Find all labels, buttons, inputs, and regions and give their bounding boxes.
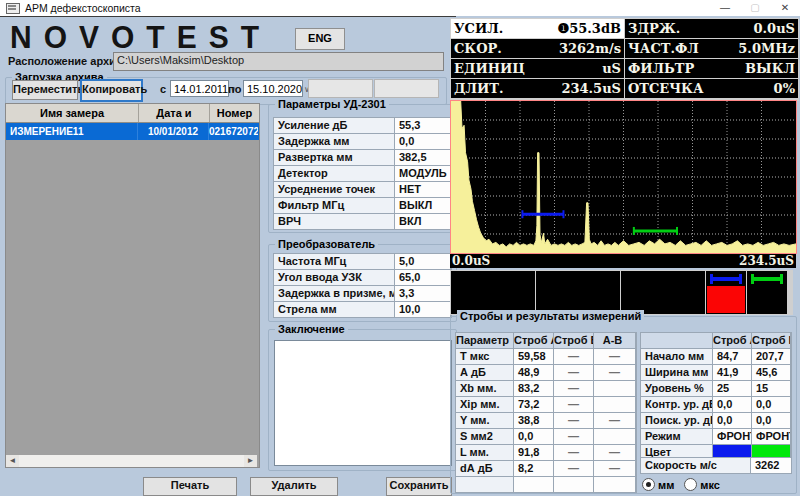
table-header-cell: Строб А xyxy=(713,333,751,348)
row-label: Хb мм. xyxy=(456,381,513,396)
archive-path-field[interactable]: C:\Users\Maksim\Desktop xyxy=(113,52,444,71)
row-value: 0,0 xyxy=(752,413,790,428)
scale-start: 0.0uS xyxy=(452,254,490,268)
window-title: АРМ дефекстоскописта xyxy=(25,2,141,14)
row-value: 25 xyxy=(713,381,751,396)
row-value: ФРОНТ xyxy=(752,429,790,444)
column-header-datetime[interactable]: Дата и время xyxy=(139,104,210,122)
table-header-cell: Параметр xyxy=(456,333,513,348)
ascan-plot xyxy=(450,100,797,254)
language-button[interactable]: ENG xyxy=(295,28,345,50)
measurement-list[interactable]: Имя замера Дата и время Номер ИЗМЕРЕНИЕ1… xyxy=(5,103,260,468)
instrument-display: УСИЛ.❶55.3dB ЗДРЖ.0.0uS СКОР.3262m/s ЧАС… xyxy=(450,18,799,101)
radio-mks[interactable]: мкс xyxy=(684,478,720,491)
results-table: ПараметрСтроб АСтроб ВА-ВТ мкс59,58——А д… xyxy=(455,332,637,493)
column-header-number[interactable]: Номер xyxy=(210,104,259,122)
gate-a-alarm-fill xyxy=(707,286,745,313)
row-value xyxy=(594,381,635,396)
conclusion-textarea[interactable] xyxy=(274,340,452,466)
display-cell-filter: ФИЛЬТРВЫКЛ xyxy=(625,59,798,78)
scroll-right-icon[interactable]: ► xyxy=(244,455,257,467)
row-value: 3,3 xyxy=(395,286,450,301)
row-label: dА дБ xyxy=(456,461,513,476)
row-value: 207,7 xyxy=(752,349,790,364)
row-value: 15 xyxy=(752,381,790,396)
table-header-cell: Строб В xyxy=(554,333,593,348)
probe-title: Преобразователь xyxy=(275,238,378,250)
row-label: ВРЧ xyxy=(274,214,394,229)
row-label: Фильтр МГц xyxy=(274,198,394,213)
row-label: А дБ xyxy=(456,365,513,380)
row-value: — xyxy=(554,413,593,428)
row-value: 0,0 xyxy=(752,397,790,412)
titlebar: АРМ дефекстоскописта — ▢ ✕ xyxy=(0,0,800,16)
list-header: Имя замера Дата и время Номер xyxy=(6,104,259,123)
row-value: 41,9 xyxy=(713,365,751,380)
column-header-name[interactable]: Имя замера xyxy=(6,104,139,122)
gates-table: Строб АСтроб ВНачало мм84,7207,7Ширина м… xyxy=(640,332,792,461)
indicator-cell-gate-a xyxy=(706,271,746,314)
novotest-logo: NOVOTEST xyxy=(10,19,271,55)
save-button[interactable]: Сохранить xyxy=(386,477,452,496)
row-value: 10,0 xyxy=(395,302,450,317)
units-radio-group: мм мкс xyxy=(642,478,720,491)
gate-b-alarm-fill xyxy=(748,286,786,313)
gate-a-icon xyxy=(706,271,746,286)
row-value: 5,0 xyxy=(395,254,450,269)
probe-table: Частота МГц5,0Угол ввода УЗК65,0Задержка… xyxy=(273,253,452,318)
row-value: 8,2 xyxy=(514,461,553,476)
logo-rule xyxy=(0,16,456,17)
row-label: S мм2 xyxy=(456,429,513,444)
indicator-cell-empty xyxy=(451,271,535,314)
row-value: — xyxy=(594,461,635,476)
maximize-button[interactable]: ▢ xyxy=(740,0,770,16)
minimize-button[interactable]: — xyxy=(710,0,740,16)
results-title: Стробы и результаты измерений xyxy=(457,310,644,322)
display-cell-duration: ДЛИТ.234.5uS xyxy=(451,79,624,98)
row-label: Начало мм xyxy=(641,349,712,364)
row-label: Т мкс xyxy=(456,349,513,364)
row-value: ВЫКЛ xyxy=(395,198,450,213)
radio-mks-dot[interactable] xyxy=(684,478,697,491)
print-button[interactable]: Печать xyxy=(143,477,237,496)
date-from-picker[interactable]: 14.01.2011 ∨ xyxy=(170,80,229,97)
row-label: Угол ввода УЗК xyxy=(274,270,394,285)
copy-button[interactable]: Копировать xyxy=(80,79,143,102)
row-value: — xyxy=(594,445,635,460)
row-value: 0,0 xyxy=(395,134,450,149)
row-label: Детектор xyxy=(274,166,394,181)
display-cell-units: ЕДИНИЦuS xyxy=(451,59,624,78)
row-value: МОДУЛЬ xyxy=(395,166,450,181)
row-label: Ширина мм xyxy=(641,365,712,380)
row-value: 382,5 xyxy=(395,150,450,165)
gate-b-icon xyxy=(747,271,787,286)
delete-button[interactable]: Удалить xyxy=(250,477,338,496)
date-to-picker[interactable]: 15.10.2020 ∨ xyxy=(243,80,303,97)
row-value: — xyxy=(554,429,593,444)
row-value: 91,8 xyxy=(514,445,553,460)
row-label: Контр. ур. дБ xyxy=(641,397,712,412)
move-button[interactable]: Переместить xyxy=(12,80,78,100)
row-value: 38,8 xyxy=(514,413,553,428)
scroll-left-icon[interactable]: ◄ xyxy=(6,455,19,467)
display-cell-cutoff: ОТСЕЧКА0% xyxy=(625,79,798,98)
radio-mm-dot[interactable] xyxy=(642,478,655,491)
radio-mm[interactable]: мм xyxy=(642,478,674,491)
row-value xyxy=(594,397,635,412)
horizontal-scrollbar[interactable]: ◄ ► xyxy=(6,455,257,467)
list-item-selected[interactable]: ИЗМЕРЕНИЕ11 10/01/2012 11:59 0216720720 xyxy=(6,123,259,140)
close-button[interactable]: ✕ xyxy=(770,0,800,16)
row-label: Поиск. ур. дБ xyxy=(641,413,712,428)
measurement-name: ИЗМЕРЕНИЕ11 xyxy=(6,123,138,140)
row-value: 83,2 xyxy=(514,381,553,396)
row-value: 3262 xyxy=(751,458,791,473)
date-to-value: 15.10.2020 xyxy=(247,83,302,95)
table-header-cell: Строб В xyxy=(752,333,790,348)
row-value xyxy=(554,477,593,492)
row-value: 59,58 xyxy=(514,349,553,364)
row-value: — xyxy=(554,381,593,396)
row-label: Задержка в призме, мкс xyxy=(274,286,394,301)
row-value xyxy=(594,429,635,444)
row-label: Стрела мм xyxy=(274,302,394,317)
row-value: 55,3 xyxy=(395,118,450,133)
